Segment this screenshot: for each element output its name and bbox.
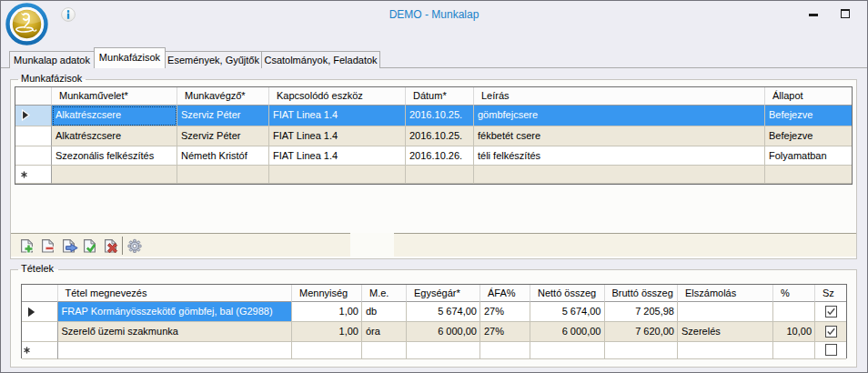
col-header-me[interactable]: M.e.	[362, 285, 407, 302]
grid-cell[interactable]: Szerviz Péter	[177, 106, 269, 126]
settings-button[interactable]	[127, 238, 142, 253]
col-header-tetel-megnevezes[interactable]: Tétel megnevezés	[58, 285, 293, 302]
page-minus-icon	[41, 238, 59, 253]
grid-cell[interactable]: 27%	[480, 302, 530, 322]
tab-esemenyek-gyujtok[interactable]: Események, Gyűjtők	[165, 51, 262, 68]
grid-cell-empty[interactable]	[773, 342, 815, 360]
current-row-arrow-icon	[27, 307, 35, 318]
grid-cell[interactable]: FRAP Kormányösszekötő gömbfej, bal (G298…	[58, 302, 293, 322]
cancel-row-button[interactable]	[104, 238, 118, 253]
grid-cell[interactable]: 6 000,00	[407, 322, 480, 342]
gear-icon	[127, 238, 142, 253]
tab-csatolmanyok-feladatok[interactable]: Csatolmányok, Feladatok	[261, 51, 380, 68]
grid-cell[interactable]: FIAT Linea 1.4	[269, 126, 406, 147]
col-header-brutto-osszeg[interactable]: Bruttó összeg	[605, 285, 679, 302]
col-header-afa[interactable]: ÁFA%	[480, 285, 530, 302]
page-check-icon	[83, 238, 101, 253]
grid-cell-empty[interactable]	[474, 166, 765, 184]
row-selector-current[interactable]	[15, 106, 52, 126]
col-header-datum[interactable]: Dátum*	[406, 87, 474, 106]
grid-cell[interactable]: téli felkészítés	[474, 146, 765, 166]
phases-grid: Munkaművelet* Munkavégző* Kapcsolódó esz…	[15, 86, 853, 185]
grid-cell[interactable]: Alkatrészcsere	[52, 106, 177, 126]
col-header-egysegar[interactable]: Egységár*	[407, 285, 480, 302]
grid-cell[interactable]: gömbfejcsere	[474, 106, 765, 126]
maximize-icon[interactable]	[841, 9, 850, 18]
col-header-allapot[interactable]: Állapot	[765, 87, 852, 106]
row-selector-current[interactable]	[22, 302, 58, 322]
col-header-munkamuvelet[interactable]: Munkaművelet*	[52, 87, 177, 106]
grid-cell[interactable]: Szerelés	[678, 322, 773, 342]
grid-cell[interactable]: FIAT Linea 1.4	[269, 146, 406, 166]
grid-cell[interactable]	[678, 302, 773, 322]
grid-cell-empty[interactable]	[407, 342, 480, 360]
grid-cell-empty[interactable]	[406, 166, 474, 184]
grid-cell[interactable]: 2016.10.25.	[406, 106, 474, 126]
col-header-munkavegzo[interactable]: Munkavégző*	[177, 87, 269, 106]
grid-cell-empty[interactable]	[605, 342, 679, 360]
grid-cell-empty[interactable]	[362, 342, 407, 360]
grid-cell-empty[interactable]	[480, 342, 530, 360]
grid-cell[interactable]: 10,00	[773, 322, 815, 342]
grid-cell-checkbox[interactable]	[815, 302, 846, 322]
row-selector[interactable]	[22, 322, 58, 342]
grid-cell[interactable]: óra	[362, 322, 407, 342]
grid-cell[interactable]: Folyamatban	[765, 146, 852, 166]
col-header-elszamolas[interactable]: Elszámolás	[678, 285, 773, 302]
grid-cell[interactable]: Szerviz Péter	[177, 126, 269, 147]
grid-cell[interactable]: Szezonális felkészítés	[52, 146, 177, 166]
delete-row-button[interactable]	[41, 238, 56, 253]
col-header-szazalek[interactable]: %	[773, 285, 815, 302]
phases-toolbar	[11, 233, 856, 257]
tab-munkafazisok[interactable]: Munkafázisok	[94, 47, 166, 68]
minimize-icon[interactable]	[809, 14, 818, 16]
next-row-button[interactable]	[62, 238, 76, 253]
row-header-blank	[22, 285, 58, 302]
grid-cell[interactable]: 2016.10.26.	[406, 146, 474, 166]
grid-cell[interactable]: 2016.10.25.	[406, 126, 474, 147]
grid-cell-empty[interactable]	[678, 342, 773, 360]
grid-cell-empty[interactable]	[58, 342, 293, 360]
current-row-arrow-icon	[21, 109, 30, 121]
grid-cell-empty[interactable]	[52, 166, 177, 184]
grid-cell[interactable]: FIAT Linea 1.4	[269, 106, 406, 126]
groupbox-border-segment	[58, 269, 857, 270]
grid-cell[interactable]: Szerelő üzemi szakmunka	[58, 322, 293, 342]
grid-cell[interactable]: 5 674,00	[407, 302, 480, 322]
new-row-asterisk-icon	[24, 347, 30, 354]
grid-cell-checkbox[interactable]	[815, 322, 846, 342]
col-header-netto-osszeg[interactable]: Nettó összeg	[530, 285, 605, 302]
accept-row-button[interactable]	[83, 238, 97, 253]
grid-cell[interactable]: fékbetét csere	[474, 126, 765, 147]
add-row-button[interactable]	[20, 238, 35, 253]
col-header-sz[interactable]: Sz	[815, 285, 846, 302]
grid-cell[interactable]: Befejezve	[765, 106, 852, 126]
row-selector[interactable]	[15, 126, 52, 147]
grid-cell-empty[interactable]	[269, 166, 406, 184]
page-plus-icon	[20, 238, 38, 253]
grid-cell[interactable]: 1,00	[292, 302, 362, 322]
col-header-kapcsolodo-eszkoz[interactable]: Kapcsolódó eszköz	[269, 87, 406, 106]
grid-cell[interactable]: Befejezve	[765, 126, 852, 147]
grid-cell-checkbox[interactable]	[815, 342, 846, 360]
grid-cell[interactable]: 27%	[480, 322, 530, 342]
col-header-leiras[interactable]: Leírás	[474, 87, 765, 106]
grid-cell-empty[interactable]	[292, 342, 362, 360]
grid-cell-empty[interactable]	[530, 342, 605, 360]
col-header-mennyiseg[interactable]: Mennyiség	[292, 285, 362, 302]
grid-cell[interactable]: 7 205,98	[605, 302, 679, 322]
row-selector-new[interactable]	[15, 166, 52, 184]
grid-cell[interactable]: 6 000,00	[530, 322, 605, 342]
grid-cell[interactable]	[773, 302, 815, 322]
grid-cell[interactable]: Németh Kristóf	[177, 146, 269, 166]
grid-cell[interactable]: 7 620,00	[605, 322, 679, 342]
grid-cell[interactable]: Alkatrészcsere	[52, 126, 177, 147]
grid-cell-empty[interactable]	[765, 166, 852, 184]
grid-cell[interactable]: 1,00	[292, 322, 362, 342]
row-selector[interactable]	[15, 146, 52, 166]
grid-cell-empty[interactable]	[177, 166, 269, 184]
row-selector-new[interactable]	[22, 342, 58, 360]
tab-munkalap-adatok[interactable]: Munkalap adatok	[9, 51, 95, 68]
grid-cell[interactable]: 5 674,00	[530, 302, 605, 322]
grid-cell[interactable]: db	[362, 302, 407, 322]
